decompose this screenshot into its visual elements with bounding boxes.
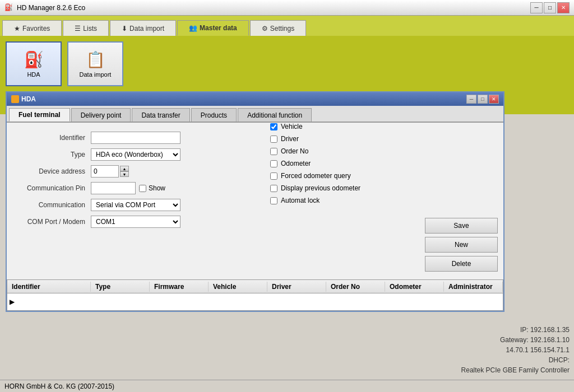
main-tab-bar: ★ Favorites ☰ Lists ⬇ Data import 👥 Mast…: [0, 16, 574, 36]
driver-label: Driver: [281, 135, 299, 143]
comm-pin-input[interactable]: [91, 182, 136, 194]
com-port-select[interactable]: COM1 COM2 COM3 COM4: [91, 216, 180, 228]
spinner-up-button[interactable]: ▲: [120, 166, 129, 171]
tab-lists[interactable]: ☰ Lists: [63, 20, 109, 36]
device-address-label: Device address: [18, 167, 91, 175]
restore-button[interactable]: □: [544, 2, 556, 13]
app-title: HD Manager 8.2.6 Eco: [17, 4, 530, 12]
gateway-text: Gateway: 192.168.1.10: [461, 335, 570, 345]
forced-odometer-label: Forced odometer query: [281, 172, 351, 180]
data-table: Identifier Type Firmware Vehicle Driver …: [7, 279, 503, 311]
ip-text: IP: 192.168.1.35: [461, 325, 570, 335]
col-order-no: Order No: [326, 282, 385, 292]
save-button[interactable]: Save: [425, 218, 498, 234]
type-select[interactable]: HDA eco (Wonderbox) HDA eco HDA pro: [91, 148, 180, 161]
driver-checkbox[interactable]: [270, 136, 277, 143]
master-data-icon: 👥: [189, 24, 197, 32]
col-type: Type: [91, 282, 150, 292]
com-port-label: COM Port / Modem: [18, 218, 91, 226]
new-button[interactable]: New: [425, 237, 498, 253]
adapter-text: Realtek PCIe GBE Family Controller: [461, 365, 570, 375]
checkboxes-panel: Vehicle Driver Order No Odometer Forced …: [270, 123, 438, 209]
inner-window-controls: ─ □ ✕: [466, 95, 499, 104]
driver-check-row: Driver: [270, 135, 438, 143]
spinner-buttons: ▲ ▼: [120, 166, 129, 177]
inner-dialog: HDA ─ □ ✕ Fuel terminal Delivery point D…: [6, 91, 504, 312]
order-no-check-row: Order No: [270, 147, 438, 155]
settings-icon: ⚙: [262, 25, 268, 32]
inner-restore-button[interactable]: □: [478, 95, 488, 104]
tab-settings[interactable]: ⚙ Settings: [250, 20, 306, 36]
table-row-empty: ▶: [7, 293, 503, 310]
inner-tab-additional-function[interactable]: Additional function: [238, 108, 312, 122]
window-controls: ─ □ ✕: [530, 2, 570, 13]
col-firmware: Firmware: [150, 282, 209, 292]
show-pin-checkbox[interactable]: [139, 185, 146, 192]
odometer-label: Odometer: [281, 160, 311, 167]
device-address-input[interactable]: [91, 165, 119, 178]
forced-odometer-checkbox[interactable]: [270, 172, 277, 180]
order-no-checkbox[interactable]: [270, 148, 277, 155]
display-prev-odometer-label: Display previous odometer: [281, 184, 360, 192]
communication-select[interactable]: Serial via COM Port TCP/IP USB: [91, 199, 180, 211]
col-driver: Driver: [267, 282, 326, 292]
app-icon: ⛽: [4, 3, 13, 12]
data-import-tool-icon: 📋: [86, 50, 105, 69]
forced-odometer-check-row: Forced odometer query: [270, 172, 438, 180]
minimize-button[interactable]: ─: [530, 2, 543, 13]
tab-master-data[interactable]: 👥 Master data: [177, 20, 249, 36]
status-text: HORN GmbH & Co. KG (2007-2015): [4, 382, 114, 390]
vehicle-label: Vehicle: [281, 123, 303, 130]
communication-label: Communication: [18, 201, 91, 209]
order-no-label: Order No: [281, 147, 308, 155]
spinner-down-button[interactable]: ▼: [120, 171, 129, 177]
favorites-icon: ★: [14, 25, 20, 32]
inner-tab-products[interactable]: Products: [191, 108, 237, 122]
network-info: IP: 192.168.1.35 Gateway: 192.168.1.10 1…: [461, 325, 570, 375]
inner-tab-delivery-point[interactable]: Delivery point: [71, 108, 131, 122]
show-label: Show: [149, 184, 165, 192]
action-buttons: Save New Delete: [425, 218, 498, 272]
data-import-icon: ⬇: [122, 25, 127, 32]
data-import-tool-button[interactable]: 📋 Data import: [67, 41, 123, 86]
hda-icon: ⛽: [24, 50, 44, 69]
col-identifier: Identifier: [7, 282, 91, 292]
device-address-spinner: ▲ ▼: [91, 165, 129, 178]
automat-lock-checkbox[interactable]: [270, 197, 277, 204]
inner-minimize-button[interactable]: ─: [466, 95, 476, 104]
odometer-checkbox[interactable]: [270, 160, 277, 167]
lists-icon: ☰: [75, 25, 81, 32]
identifier-label: Identifier: [18, 134, 91, 142]
identifier-input[interactable]: [91, 132, 180, 144]
display-prev-odometer-check-row: Display previous odometer: [270, 184, 438, 192]
inner-tab-bar: Fuel terminal Delivery point Data transf…: [7, 106, 503, 123]
inner-dialog-icon: [11, 95, 19, 103]
com-port-row: COM Port / Modem COM1 COM2 COM3 COM4: [18, 216, 492, 228]
automat-lock-check-row: Automat lock: [270, 197, 438, 204]
inner-tab-fuel-terminal[interactable]: Fuel terminal: [9, 108, 70, 122]
col-vehicle: Vehicle: [209, 282, 267, 292]
status-bar: HORN GmbH & Co. KG (2007-2015): [0, 380, 574, 392]
close-button[interactable]: ✕: [557, 2, 570, 13]
inner-close-button[interactable]: ✕: [489, 95, 499, 104]
dhcp-text: DHCP:: [461, 355, 570, 365]
delete-button[interactable]: Delete: [425, 256, 498, 272]
odometer-check-row: Odometer: [270, 160, 438, 167]
inner-title-bar: HDA ─ □ ✕: [7, 92, 503, 106]
tab-data-import[interactable]: ⬇ Data import: [110, 20, 176, 36]
vehicle-checkbox[interactable]: [270, 123, 277, 130]
form-area: Identifier Type HDA eco (Wonderbox) HDA …: [7, 123, 503, 279]
table-header: Identifier Type Firmware Vehicle Driver …: [7, 280, 503, 293]
hda-tool-button[interactable]: ⛽ HDA: [6, 41, 62, 86]
subnet-text: 14.70.1 156.154.71.1: [461, 345, 570, 355]
col-administrator: Administrator: [444, 282, 503, 292]
app-title-bar: ⛽ HD Manager 8.2.6 Eco ─ □ ✕: [0, 0, 574, 16]
vehicle-check-row: Vehicle: [270, 123, 438, 130]
col-odometer: Odometer: [385, 282, 444, 292]
comm-pin-label: Communication Pin: [18, 184, 91, 192]
display-prev-odometer-checkbox[interactable]: [270, 185, 277, 192]
automat-lock-label: Automat lock: [281, 197, 320, 204]
row-arrow-icon: ▶: [10, 298, 15, 306]
inner-tab-data-transfer[interactable]: Data transfer: [132, 108, 189, 122]
tab-favorites[interactable]: ★ Favorites: [2, 20, 62, 36]
